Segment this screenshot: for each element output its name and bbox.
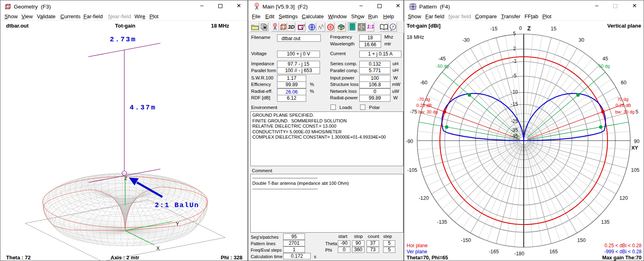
svg-text:-180: -180: [514, 251, 524, 257]
svg-text:90: 90: [634, 139, 640, 144]
svg-text:60: 60: [621, 80, 627, 86]
svg-text:?: ?: [392, 24, 394, 29]
svg-text:-75: -75: [410, 109, 417, 115]
svg-text:-15: -15: [490, 26, 497, 32]
svg-text:-15: -15: [511, 101, 518, 107]
svg-text:30: 30: [579, 37, 584, 43]
svg-text:-120: -120: [419, 195, 429, 201]
svg-text:45: 45: [603, 56, 608, 62]
svg-text:-25: -25: [511, 118, 518, 124]
svg-text:70 dg: 70 dg: [617, 97, 629, 102]
svg-text:0.28 dB: 0.28 dB: [416, 103, 432, 108]
svg-text:XY: XY: [631, 145, 638, 151]
svg-text:-105: -105: [407, 167, 417, 173]
svg-text:120: 120: [619, 195, 628, 201]
svg-text:-45: -45: [511, 133, 518, 139]
svg-text:105: 105: [631, 167, 640, 173]
svg-text:-35: -35: [511, 127, 518, 133]
svg-text:150: 150: [577, 237, 586, 243]
svg-text:2: 2: [513, 46, 516, 51]
svg-text:0: 0: [519, 26, 522, 31]
svg-text:50 dg: 50 dg: [599, 64, 610, 68]
svg-text:5: 5: [513, 31, 516, 36]
svg-text:-60: -60: [420, 80, 427, 86]
svg-text:-50 dg: -50 dg: [436, 64, 449, 68]
svg-text:-90: -90: [406, 139, 413, 144]
svg-text:-5: -5: [512, 73, 517, 79]
svg-text:-165: -165: [489, 249, 499, 255]
svg-text:-30: -30: [462, 37, 469, 43]
svg-text:15: 15: [551, 26, 557, 32]
svg-text:-150: -150: [461, 237, 471, 243]
svg-text:-135: -135: [437, 219, 447, 225]
svg-text:-1: -1: [512, 58, 517, 64]
svg-text:135: 135: [601, 219, 610, 225]
svg-text:-45: -45: [438, 56, 446, 62]
svg-text:-70 dg: -70 dg: [418, 97, 430, 102]
svg-text:-10: -10: [511, 89, 518, 95]
svg-text:bw: 30 dg: bw: 30 dg: [418, 109, 438, 114]
svg-text:Z: Z: [527, 25, 531, 32]
svg-text:bw: 30 dg: bw: 30 dg: [615, 109, 635, 114]
svg-text:5: 5: [635, 109, 638, 115]
svg-text:0.28 dB: 0.28 dB: [616, 103, 631, 108]
svg-text:165: 165: [549, 249, 558, 255]
